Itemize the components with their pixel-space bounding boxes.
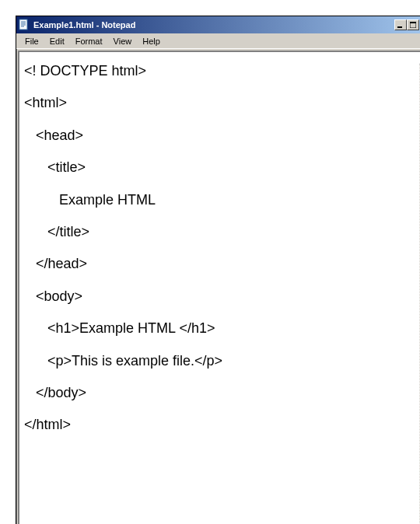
titlebar[interactable]: Example1.html - Notepad — [16, 16, 420, 33]
minimize-button[interactable] — [394, 19, 407, 30]
menu-help[interactable]: Help — [137, 35, 166, 47]
client-area: <! DOCTYPE html> <html> <head> <title> E… — [18, 51, 420, 524]
notepad-window: Example1.html - Notepad File Edit Format… — [16, 16, 420, 524]
menu-edit[interactable]: Edit — [44, 35, 70, 47]
menu-format[interactable]: Format — [70, 35, 108, 47]
text-editor[interactable]: <! DOCTYPE html> <html> <head> <title> E… — [19, 52, 419, 524]
menubar: File Edit Format View Help — [16, 33, 420, 49]
menu-file[interactable]: File — [19, 35, 44, 47]
menu-view[interactable]: View — [108, 35, 138, 47]
svg-rect-5 — [397, 26, 402, 28]
svg-rect-7 — [410, 22, 416, 23]
window-title: Example1.html - Notepad — [33, 20, 394, 30]
notepad-icon — [18, 19, 30, 31]
maximize-button[interactable] — [407, 19, 419, 30]
window-controls — [394, 19, 420, 30]
